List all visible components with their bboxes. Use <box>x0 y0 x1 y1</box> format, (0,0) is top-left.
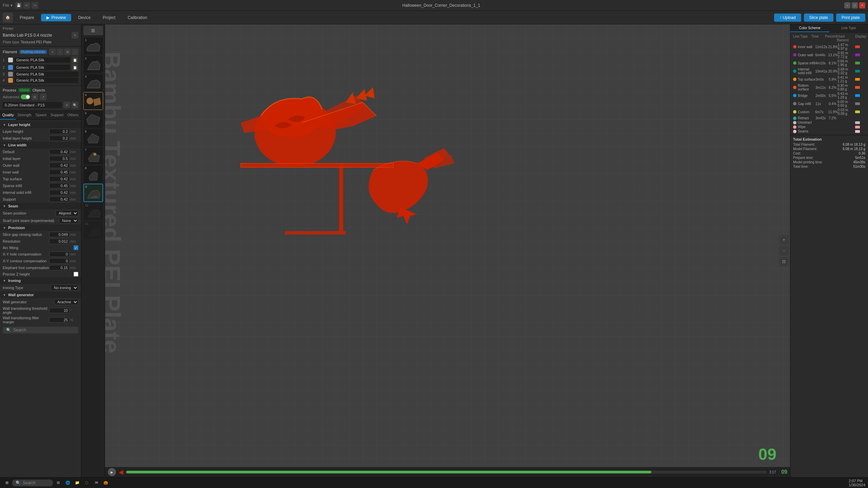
filament-name-1[interactable]: Generic PLA Silk <box>14 57 70 63</box>
tab-quality[interactable]: Quality <box>0 111 16 120</box>
global-badge[interactable]: Global <box>18 88 31 92</box>
timeline-bar[interactable] <box>126 471 767 473</box>
filament-copy-1[interactable]: 📋 <box>72 57 78 63</box>
play-btn[interactable]: ▶ <box>108 468 116 476</box>
section-ironing[interactable]: ▼ Ironing <box>0 277 81 284</box>
minimize-btn[interactable]: – <box>844 2 850 8</box>
thumb-1[interactable]: 1 <box>83 37 103 55</box>
close-btn[interactable]: × <box>859 2 865 8</box>
upload-btn[interactable]: ↑ Upload <box>774 14 801 22</box>
section-seam[interactable]: ▼ Seam <box>0 203 81 209</box>
nav-project[interactable]: Project <box>97 14 121 21</box>
section-layer-height[interactable]: ▼ Layer height <box>0 121 81 128</box>
process-export-btn[interactable]: ↗ <box>40 94 46 100</box>
zoom-out-btn[interactable]: − <box>779 246 789 256</box>
viewport[interactable]: Bambu Textured PEI Plate <box>105 24 790 477</box>
home-btn[interactable]: 🏠 <box>3 13 13 23</box>
lw-outer-input[interactable] <box>49 163 70 168</box>
filament-settings-btn[interactable]: ⚙ <box>64 48 71 55</box>
nav-device[interactable]: Device <box>73 14 96 21</box>
thumb-7[interactable]: 7 <box>83 147 103 165</box>
filament-more-btn[interactable]: ⋯ <box>72 48 78 55</box>
filament-copy-2[interactable]: 📋 <box>72 64 78 71</box>
tab-speed[interactable]: Speed <box>33 111 49 120</box>
nav-calibration[interactable]: Calibration <box>122 14 152 21</box>
taskbar-start[interactable]: ⊞ <box>3 479 11 487</box>
filament-name-3[interactable]: Generic PLA Silk <box>14 72 78 77</box>
thumb-2[interactable]: 2 <box>83 56 103 73</box>
lw-internal-solid-input[interactable] <box>49 190 70 195</box>
cs-dot-bottom-surface <box>793 86 796 89</box>
thumb-top-btn[interactable]: ≡ <box>83 26 103 35</box>
filament-name-2[interactable]: Generic PLA Silk <box>14 65 70 70</box>
layer-height-input[interactable] <box>49 129 70 134</box>
nav-prepare[interactable]: Prepare <box>14 14 40 21</box>
section-wall-gen[interactable]: ▼ Wall generator <box>0 291 81 298</box>
taskbar-task-view[interactable]: ⧉ <box>54 479 62 487</box>
slice-gap-input[interactable] <box>49 232 70 237</box>
rp-tab-line-type[interactable]: Line Type <box>829 24 868 32</box>
filament-remove-btn[interactable]: − <box>57 48 63 55</box>
zoom-in-btn[interactable]: + <box>779 235 789 245</box>
profile-name[interactable]: 0.20mm Standard - P1S <box>3 102 62 108</box>
taskbar-search[interactable]: 🔍 Search <box>12 480 53 486</box>
tab-support[interactable]: Support <box>49 111 65 120</box>
precise-z-checkbox[interactable] <box>74 272 78 277</box>
filament-name-4[interactable]: Generic PLA Silk <box>14 78 78 83</box>
filament-badge[interactable]: Flushing volumes <box>20 50 47 54</box>
taskbar-app3[interactable]: 🎃 <box>102 479 110 487</box>
thumb-11[interactable]: 11 <box>83 221 103 239</box>
ironing-type-select[interactable]: No ironing <box>51 285 78 291</box>
thumb-6[interactable]: 6 <box>83 129 103 146</box>
thumb-9[interactable]: 9 <box>83 184 103 202</box>
settings-search-bar[interactable]: 🔍 Search <box>3 327 78 333</box>
section-precision[interactable]: ▼ Precision <box>0 224 81 231</box>
slice-btn[interactable]: Slice plate <box>804 14 833 22</box>
taskbar-mail[interactable]: ✉ <box>92 479 100 487</box>
print-btn[interactable]: Print plate <box>836 14 865 22</box>
scarf-seam-select[interactable]: None <box>59 218 78 224</box>
profile-search-btn[interactable]: 🔍 <box>72 102 78 108</box>
lw-inner-input[interactable] <box>49 169 70 175</box>
thumb-10[interactable]: 10 <box>83 203 103 220</box>
cs-name-bridge: Bridge <box>798 94 815 98</box>
resolution-input[interactable] <box>49 239 70 244</box>
maximize-btn[interactable]: □ <box>852 2 858 8</box>
taskbar-bambu[interactable]: ⬡ <box>83 479 91 487</box>
initial-layer-height-input[interactable] <box>49 136 70 141</box>
tab-strength[interactable]: Strength <box>16 111 33 120</box>
lw-sparse-input[interactable] <box>49 183 70 188</box>
profile-close-btn[interactable]: ✕ <box>63 102 70 108</box>
lw-top-input[interactable] <box>49 176 70 182</box>
fit-view-btn[interactable]: ⊡ <box>779 257 789 266</box>
nav-preview[interactable]: ▶ Preview <box>41 14 72 21</box>
thumb-8[interactable]: 8 <box>83 165 103 183</box>
section-line-width[interactable]: ▼ Line width <box>0 142 81 148</box>
thumb-5[interactable]: 5 <box>83 110 103 128</box>
lw-default-input[interactable] <box>49 149 70 155</box>
lw-support-input[interactable] <box>49 197 70 202</box>
tab-others[interactable]: Others <box>65 111 81 120</box>
advanced-toggle[interactable] <box>21 95 30 99</box>
xy-hole-input[interactable] <box>49 251 70 257</box>
save-btn[interactable]: 💾 <box>15 2 22 9</box>
redo-btn[interactable]: ↪ <box>32 2 38 9</box>
filament-add-btn[interactable]: + <box>49 48 56 55</box>
rp-tab-color-scheme[interactable]: Color Scheme <box>790 24 829 32</box>
wall-trans-filter-input[interactable] <box>49 317 70 323</box>
xy-contour-input[interactable] <box>49 258 70 264</box>
elephant-foot-input[interactable] <box>49 265 70 270</box>
arc-fitting-checkbox[interactable] <box>74 245 78 250</box>
lw-initial-input[interactable] <box>49 156 70 161</box>
wall-trans-threshold-input[interactable] <box>49 308 70 313</box>
thumb-3[interactable]: 3 <box>83 74 103 92</box>
wall-gen-select[interactable]: Arachne <box>54 299 78 305</box>
app-menu[interactable]: File ▾ <box>3 3 13 8</box>
taskbar-browser[interactable]: 🌐 <box>64 479 72 487</box>
thumb-4[interactable]: 4 <box>83 92 103 110</box>
taskbar-explorer[interactable]: 📁 <box>73 479 81 487</box>
seam-position-select[interactable]: Aligned <box>56 210 78 216</box>
printer-edit-btn[interactable]: ✎ <box>72 32 78 39</box>
undo-btn[interactable]: ↩ <box>23 2 30 9</box>
process-settings-btn[interactable]: ⚙ <box>32 94 38 100</box>
